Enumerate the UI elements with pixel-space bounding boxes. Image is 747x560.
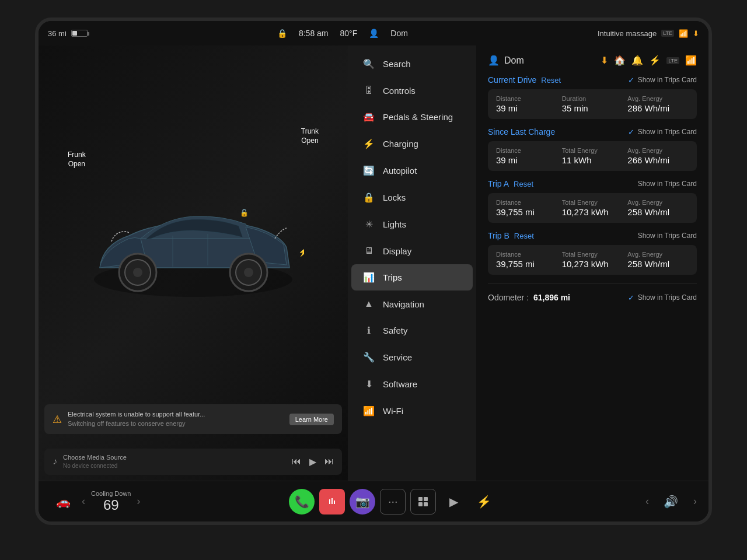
trip-b-header: Trip B Reset Show in Trips Card (488, 231, 697, 240)
nav-label-service: Service (383, 352, 412, 362)
nav-item-safety[interactable]: ℹ Safety (351, 317, 473, 344)
media-player-button[interactable]: ▶ (441, 489, 466, 514)
car-svg-container: ⚡ 🔓 (82, 186, 304, 326)
frunk-label: Frunk Open (68, 150, 86, 169)
current-drive-data-card: Distance 39 mi Duration 35 min Avg. Ener… (488, 89, 697, 119)
taskbar-center: 📞 📷 ··· ▶ ⚡ (289, 489, 497, 514)
status-center: 🔒 8:58 am 80°F 👤 Dom (277, 29, 408, 38)
battery-fill (72, 31, 77, 36)
trip-b-distance-value: 39,755 mi (496, 259, 557, 269)
wifi-icon: 📶 (363, 405, 375, 416)
nav-item-search[interactable]: 🔍 Search (351, 51, 473, 77)
odometer-label-value: Odometer : 61,896 mi (488, 293, 570, 302)
nav-item-locks[interactable]: 🔒 Locks (351, 184, 473, 211)
nav-item-pedals[interactable]: 🚘 Pedals & Steering (351, 104, 473, 130)
next-track-icon[interactable]: ⏭ (324, 456, 334, 467)
current-drive-avg-energy-value: 286 Wh/mi (627, 103, 689, 113)
nav-item-lights[interactable]: ✳ Lights (351, 211, 473, 237)
current-drive-reset-button[interactable]: Reset (541, 76, 561, 85)
car-home-button[interactable]: 🚗 (50, 489, 76, 514)
trip-a-avg-energy-label: Avg. Energy (627, 199, 689, 206)
alert-title: Electrical system is unable to support a… (68, 410, 284, 419)
since-last-charge-total-energy-label: Total Energy (562, 147, 623, 154)
trip-b-section: Trip B Reset Show in Trips Card Distance… (488, 231, 697, 275)
taskbar-left-arrow[interactable]: ‹ (82, 495, 85, 508)
nav-label-navigation: Navigation (383, 299, 424, 309)
time-display: 8:58 am (299, 29, 329, 38)
trip-a-reset-button[interactable]: Reset (514, 180, 533, 188)
more-button[interactable]: ··· (380, 489, 406, 514)
nav-item-controls[interactable]: 🎛 Controls (351, 78, 473, 103)
nav-item-charging[interactable]: ⚡ Charging (351, 131, 473, 157)
since-last-charge-show-trips-toggle[interactable]: ✓ Show in Trips Card (628, 128, 697, 136)
volume-icon: 🔊 (664, 495, 678, 509)
odometer-checkmark: ✓ (628, 293, 634, 302)
charging-icon: ⚡ (363, 138, 375, 149)
nav-label-controls: Controls (383, 86, 416, 96)
trip-b-avg-energy: Avg. Energy 258 Wh/ml (627, 251, 689, 269)
nav-item-autopilot[interactable]: 🔄 Autopilot (351, 158, 473, 184)
map-label: Intuitive massage (598, 29, 657, 38)
trunk-label: Trunk Open (301, 127, 319, 145)
bell-icon: 🔔 (631, 55, 643, 66)
svg-rect-17 (418, 502, 423, 506)
trip-a-show-trips-label: Show in Trips Card (638, 180, 697, 188)
odometer-value: 61,896 mi (533, 293, 570, 302)
since-last-charge-section: Since Last Charge ✓ Show in Trips Card D… (488, 127, 697, 171)
search-icon: 🔍 (363, 58, 375, 69)
svg-rect-12 (329, 499, 330, 504)
taskbar-right-arrow[interactable]: › (137, 495, 140, 508)
taskbar-nav-forward[interactable]: › (693, 495, 697, 508)
apps-button[interactable] (410, 489, 436, 514)
svg-rect-13 (331, 498, 333, 504)
trip-a-data-card: Distance 39,755 mi Total Energy 10,273 k… (488, 193, 697, 223)
lte-status-badge: LTE (666, 57, 679, 64)
user-name: Dom (504, 55, 524, 66)
alert-text: Electrical system is unable to support a… (68, 410, 284, 428)
media-controls: ⏮ ▶ ⏭ (292, 456, 334, 467)
since-last-charge-distance-value: 39 mi (496, 155, 557, 165)
nav-item-display[interactable]: 🖥 Display (351, 238, 473, 264)
nav-item-wifi[interactable]: 📶 Wi-Fi (351, 398, 473, 424)
since-last-charge-header: Since Last Charge ✓ Show in Trips Card (488, 127, 697, 136)
trip-a-show-trips-toggle[interactable]: Show in Trips Card (638, 180, 697, 188)
taskbar-nav-back[interactable]: ‹ (645, 495, 649, 508)
play-icon[interactable]: ▶ (309, 456, 316, 467)
service-icon: 🔧 (363, 352, 375, 363)
nav-label-trips: Trips (383, 272, 402, 282)
odometer-show-trips-label: Show in Trips Card (638, 293, 697, 302)
volume-button[interactable]: 🔊 (658, 489, 684, 514)
user-icon: 👤 (369, 29, 379, 38)
current-drive-distance-label: Distance (496, 95, 557, 102)
bluetooth-button[interactable]: ⚡ (471, 489, 497, 514)
music-icon: ♪ (53, 456, 57, 467)
safety-icon: ℹ (363, 325, 375, 336)
svg-text:🔓: 🔓 (240, 208, 249, 217)
nav-item-trips[interactable]: 📊 Trips (351, 264, 473, 290)
nav-item-service[interactable]: 🔧 Service (351, 344, 473, 370)
camera-button[interactable]: 📷 (350, 489, 375, 514)
trip-b-reset-button[interactable]: Reset (514, 232, 534, 240)
current-drive-show-trips-toggle[interactable]: ✓ Show in Trips Card (628, 76, 697, 85)
current-drive-header: Current Drive Reset ✓ Show in Trips Card (488, 75, 697, 85)
trip-a-total-energy-label: Total Energy (562, 199, 623, 206)
nav-item-navigation[interactable]: ▲ Navigation (351, 291, 473, 317)
temperature-display: Cooling Down 69 (91, 490, 131, 513)
learn-more-button[interactable]: Learn More (289, 414, 334, 425)
media-title: Choose Media Source (63, 453, 286, 462)
since-last-charge-checkmark: ✓ (628, 128, 634, 136)
user-name-status: Dom (390, 29, 408, 38)
trip-b-show-trips-label: Show in Trips Card (638, 232, 697, 240)
nav-label-display: Display (383, 246, 411, 256)
trip-a-title: Trip A Reset (488, 179, 533, 188)
music-button[interactable] (319, 489, 345, 514)
trip-a-distance-value: 39,755 mi (496, 207, 557, 217)
current-drive-distance: Distance 39 mi (496, 95, 557, 113)
odometer-show-trips-toggle[interactable]: ✓ Show in Trips Card (628, 293, 697, 302)
current-drive-avg-energy: Avg. Energy 286 Wh/mi (627, 95, 689, 113)
nav-item-software[interactable]: ⬇ Software (351, 371, 473, 397)
trip-b-title: Trip B Reset (488, 231, 534, 240)
prev-track-icon[interactable]: ⏮ (292, 456, 301, 467)
phone-button[interactable]: 📞 (289, 489, 315, 514)
trip-b-show-trips-toggle[interactable]: Show in Trips Card (638, 232, 697, 240)
